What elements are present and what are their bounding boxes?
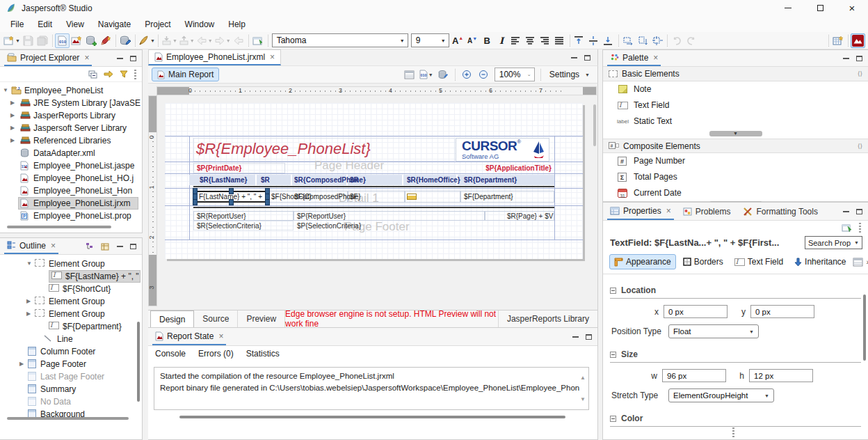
outline-item-summary[interactable]: Summary bbox=[0, 383, 142, 395]
line-element[interactable] bbox=[193, 207, 554, 208]
width-input[interactable]: 96 px bbox=[662, 369, 726, 382]
outline-item-no-data[interactable]: No Data bbox=[0, 395, 142, 408]
close-icon[interactable]: × bbox=[666, 206, 671, 216]
palette-item-current-date[interactable]: 31 Current Date bbox=[603, 185, 868, 201]
tree-item-jaspersoft-server-library[interactable]: ▶ Jaspersoft Server Library bbox=[0, 122, 142, 134]
menu-file[interactable]: File bbox=[4, 18, 30, 31]
tree-item-project[interactable]: ▼ J Employee_PhoneList bbox=[0, 84, 142, 97]
inheritance-subtab[interactable]: Inheritance bbox=[790, 255, 850, 269]
main-report-button[interactable]: Main Report bbox=[152, 68, 219, 81]
formatting-tools-tab[interactable]: Formatting Tools bbox=[739, 207, 821, 217]
pin-section-icon[interactable]: ⟨⟩ bbox=[858, 143, 862, 150]
maximize-view-icon[interactable] bbox=[856, 209, 862, 214]
x-input[interactable]: 0 px bbox=[664, 305, 728, 318]
palette-section-composite[interactable]: # Composite Elements ⟨⟩ bbox=[603, 139, 868, 153]
search-properties-select[interactable]: Search Prop ▼ bbox=[805, 236, 862, 249]
maximize-view-icon[interactable] bbox=[586, 334, 592, 340]
maximize-view-icon[interactable] bbox=[856, 56, 862, 61]
outline-item-department-field[interactable]: I $F{Department} bbox=[0, 320, 142, 333]
collapse-section-icon[interactable] bbox=[610, 352, 616, 358]
tree-item-jrxml-hon[interactable]: Employee_PhoneList_Hon bbox=[0, 184, 142, 197]
last-edit-button[interactable] bbox=[232, 33, 246, 48]
compile-010-button[interactable]: 010▼ bbox=[419, 68, 434, 82]
tree-item-jrxml-selected[interactable]: Employee_PhoneList.jrxm bbox=[0, 197, 142, 210]
tree-item-jre-library[interactable]: ▶ JRE System Library [JavaSE bbox=[0, 97, 142, 109]
expand-arrow-icon[interactable]: ▶ bbox=[26, 295, 31, 308]
style-pen-button[interactable]: ▼ bbox=[138, 33, 156, 48]
column-header-lastname[interactable]: $R{LastName} bbox=[200, 176, 247, 184]
resize-handle[interactable] bbox=[229, 188, 234, 194]
palette-item-static-text[interactable]: label Static Text bbox=[603, 113, 868, 129]
align-top-button[interactable] bbox=[572, 33, 587, 48]
column-header-r2[interactable]: $R bbox=[350, 176, 359, 184]
new-table-button[interactable] bbox=[831, 33, 846, 48]
data-adapter-add-button[interactable] bbox=[84, 33, 99, 48]
maximize-button[interactable] bbox=[804, 0, 836, 16]
vertical-scrollbar[interactable] bbox=[863, 294, 866, 361]
font-family-select[interactable]: Tahoma▼ bbox=[272, 33, 408, 47]
size-section-header[interactable]: Size bbox=[610, 349, 861, 363]
horizontal-scrollbar[interactable] bbox=[7, 226, 111, 228]
palette-tab[interactable]: Palette × bbox=[607, 50, 661, 66]
thumbnail-view-icon[interactable] bbox=[101, 242, 110, 251]
minimize-view-icon[interactable] bbox=[843, 57, 849, 59]
palette-section-basic[interactable]: Basic Elements ⟨⟩ bbox=[603, 67, 868, 81]
tab-design[interactable]: Design bbox=[150, 311, 194, 327]
back-history-button[interactable]: ▼ bbox=[195, 33, 214, 48]
maximize-view-icon[interactable] bbox=[584, 55, 590, 61]
scroll-up-icon[interactable]: ▲ bbox=[580, 372, 586, 384]
forward-history-button[interactable]: ▼ bbox=[214, 33, 232, 48]
tab-source[interactable]: Source bbox=[194, 311, 238, 327]
expand-arrow-icon[interactable]: ▶ bbox=[10, 109, 15, 122]
expand-arrow-icon[interactable]: ▼ bbox=[3, 84, 8, 97]
column-header-r1[interactable]: $R bbox=[261, 176, 270, 184]
report-page[interactable]: $R{Employee_PhoneList} CURSOR® Software … bbox=[165, 103, 583, 259]
minimize-button[interactable] bbox=[772, 0, 804, 16]
italic-button[interactable]: I bbox=[495, 33, 509, 48]
zoom-level-select[interactable]: 100%⌄ bbox=[495, 68, 535, 81]
close-button[interactable]: × bbox=[836, 0, 868, 16]
menu-help[interactable]: Help bbox=[222, 18, 252, 31]
outline-tab[interactable]: Outline × bbox=[4, 238, 58, 254]
redo-button[interactable] bbox=[684, 33, 699, 48]
menu-project[interactable]: Project bbox=[138, 18, 177, 31]
collapse-section-icon[interactable] bbox=[610, 416, 616, 422]
text-field-subtab[interactable]: I Text Field bbox=[730, 255, 787, 269]
tree-item-dataadapter[interactable]: DataAdapter.xml bbox=[0, 147, 142, 159]
department-textfield[interactable]: $F{Department} bbox=[464, 193, 513, 201]
resize-handle[interactable] bbox=[229, 199, 234, 205]
advanced-list-icon[interactable] bbox=[853, 258, 863, 267]
stretch-type-select[interactable]: ElementGroupHeight▼ bbox=[668, 388, 774, 402]
selectioncriteria-p-textfield[interactable]: $P{SelectionCriteria} bbox=[297, 222, 361, 230]
tree-view-icon[interactable] bbox=[86, 242, 94, 251]
scroll-down-pill[interactable]: ▼ bbox=[709, 131, 762, 136]
outline-item-last-page-footer[interactable]: Last Page Footer bbox=[0, 370, 142, 383]
selectioncriteria-r-textfield[interactable]: $R{SelectionCriteria} bbox=[197, 222, 262, 230]
design-canvas[interactable]: 0 1 2 3 4 5 6 7 0 1 2 3 $R{Employee_Phon… bbox=[148, 84, 598, 310]
statistics-subtab[interactable]: Statistics bbox=[246, 349, 280, 359]
align-left-button[interactable] bbox=[509, 33, 524, 48]
tree-item-jrxml-ho[interactable]: Employee_PhoneList_HO.j bbox=[0, 172, 142, 184]
close-icon[interactable]: × bbox=[84, 53, 89, 63]
align-bottom-button[interactable] bbox=[602, 33, 616, 48]
f-textfield[interactable]: $F bbox=[350, 193, 358, 201]
expand-arrow-icon[interactable]: ▶ bbox=[10, 97, 15, 109]
editor-tab[interactable]: Employee_PhoneList.jrxml × bbox=[148, 49, 281, 65]
outline-item-column-footer[interactable]: Column Footer bbox=[0, 345, 142, 358]
db-edit-button[interactable] bbox=[118, 33, 133, 48]
maximize-view-icon[interactable] bbox=[130, 56, 136, 61]
expand-arrow-icon[interactable]: ▶ bbox=[10, 122, 15, 134]
collapse-section-icon[interactable] bbox=[610, 288, 616, 294]
resize-handle[interactable] bbox=[193, 199, 198, 205]
save-all-button[interactable] bbox=[35, 33, 50, 48]
report-title-textfield[interactable]: $R{Employee_PhoneList} bbox=[196, 140, 371, 158]
band-list-icon[interactable] bbox=[402, 68, 417, 82]
horizontal-scrollbar[interactable] bbox=[179, 416, 565, 418]
jasperreports-perspective-button[interactable] bbox=[851, 33, 865, 48]
undo-button[interactable] bbox=[670, 33, 684, 48]
dataset-button[interactable] bbox=[436, 68, 451, 82]
palette-item-page-number[interactable]: # Page Number bbox=[603, 153, 868, 169]
bold-button[interactable]: B bbox=[480, 33, 495, 48]
font-size-select[interactable]: 9▼ bbox=[411, 33, 449, 47]
link-with-editor-icon[interactable] bbox=[104, 70, 113, 79]
